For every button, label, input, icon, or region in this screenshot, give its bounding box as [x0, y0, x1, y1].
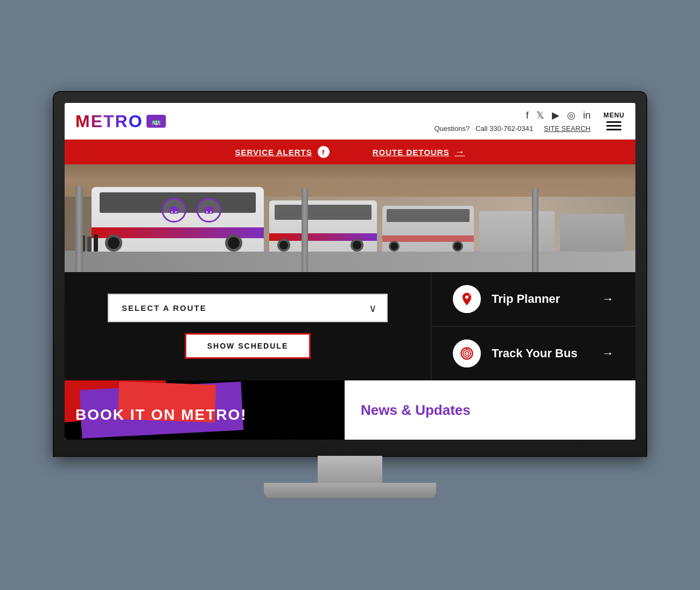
- right-panel: Trip Planner → Tra: [431, 272, 635, 380]
- trip-planner-label: Trip Planner: [492, 292, 591, 306]
- pillar-2: [302, 189, 308, 272]
- menu-label: MENU: [604, 112, 625, 119]
- facebook-icon[interactable]: f: [526, 110, 529, 121]
- pillar-3: [532, 189, 538, 272]
- track-your-bus-item[interactable]: Track Your Bus →: [431, 327, 635, 380]
- linkedin-icon[interactable]: in: [583, 110, 591, 121]
- youtube-icon[interactable]: ▶: [552, 109, 559, 121]
- ground: [65, 251, 635, 272]
- bottom-section: BOOK IT ON METRO! News & Updates: [65, 380, 635, 440]
- track-bus-icon-circle: [453, 339, 481, 367]
- detours-arrow-icon: →: [454, 147, 465, 158]
- svg-point-1: [171, 211, 173, 213]
- main-content: SELECT A ROUTE ∨ SHOW SCHEDULE: [65, 272, 635, 380]
- bus-logo-icon: 🚌: [146, 115, 166, 128]
- hero-image: [65, 164, 635, 272]
- twitter-icon[interactable]: 𝕏: [536, 109, 544, 121]
- alert-bar: SERVICE ALERTS f ROUTE DETOURS →: [65, 140, 635, 164]
- menu-button[interactable]: MENU: [604, 112, 625, 130]
- route-select[interactable]: SELECT A ROUTE: [108, 294, 388, 322]
- trip-planner-arrow-icon: →: [602, 292, 614, 306]
- monitor-base: [264, 483, 436, 498]
- people-silhouettes: [81, 234, 98, 252]
- facebook-alert-icon: f: [318, 146, 330, 158]
- header-right-area: f 𝕏 ▶ ◎ in Questions? Call 330-762-0341: [434, 109, 625, 133]
- logo-text: METRO: [75, 113, 143, 130]
- service-alerts-link[interactable]: SERVICE ALERTS f: [235, 146, 330, 158]
- monitor-bezel: METRO 🚌 f 𝕏 ▶ ◎ in: [54, 92, 646, 456]
- svg-point-9: [463, 350, 471, 357]
- route-select-wrapper: SELECT A ROUTE ∨: [108, 294, 388, 322]
- news-title: News & Updates: [361, 402, 471, 419]
- header-right: f 𝕏 ▶ ◎ in Questions? Call 330-762-0341: [434, 109, 590, 133]
- instagram-icon[interactable]: ◎: [567, 109, 576, 121]
- bus-wheel-rear: [225, 234, 242, 252]
- svg-point-7: [468, 294, 471, 296]
- svg-point-6: [465, 296, 468, 299]
- book-it-area: BOOK IT ON METRO!: [65, 380, 345, 440]
- show-schedule-button[interactable]: SHOW SCHEDULE: [185, 333, 311, 359]
- header: METRO 🚌 f 𝕏 ▶ ◎ in: [65, 103, 635, 140]
- bus-scene: [65, 164, 635, 272]
- news-area: News & Updates: [345, 380, 635, 440]
- svg-point-10: [465, 352, 469, 356]
- trip-planner-icon-circle: [453, 285, 481, 313]
- trip-planner-item[interactable]: Trip Planner →: [431, 272, 635, 327]
- svg-point-5: [210, 211, 212, 213]
- svg-point-2: [175, 211, 177, 213]
- bus-2: [269, 200, 377, 252]
- pillar-1: [75, 186, 83, 272]
- main-bus: [92, 187, 264, 252]
- bus-5: [560, 214, 625, 252]
- header-contact: Questions? Call 330-762-0341 SITE SEARCH: [434, 124, 590, 133]
- questions-text: Questions? Call 330-762-0341: [434, 124, 533, 133]
- svg-point-4: [206, 211, 208, 213]
- route-detours-link[interactable]: ROUTE DETOURS →: [373, 147, 465, 158]
- svg-rect-0: [170, 207, 179, 214]
- track-bus-arrow-icon: →: [602, 346, 614, 360]
- track-bus-label: Track Your Bus: [492, 346, 591, 360]
- hamburger-icon: [606, 121, 621, 130]
- bus-circle-icon-1: [162, 198, 186, 223]
- bus-3: [382, 206, 474, 252]
- bus-circle-icon-2: [197, 198, 221, 223]
- social-icons: f 𝕏 ▶ ◎ in: [526, 109, 591, 121]
- bus-4: [479, 211, 555, 252]
- site-search-link[interactable]: SITE SEARCH: [544, 124, 591, 133]
- bus-wheel-front: [105, 234, 122, 252]
- monitor-neck: [318, 456, 382, 483]
- screen: METRO 🚌 f 𝕏 ▶ ◎ in: [65, 103, 635, 440]
- logo-area: METRO 🚌: [75, 113, 166, 130]
- svg-rect-3: [205, 207, 214, 214]
- monitor-wrapper: METRO 🚌 f 𝕏 ▶ ◎ in: [54, 92, 646, 498]
- left-panel: SELECT A ROUTE ∨ SHOW SCHEDULE: [65, 272, 431, 380]
- book-it-text: BOOK IT ON METRO!: [75, 401, 247, 429]
